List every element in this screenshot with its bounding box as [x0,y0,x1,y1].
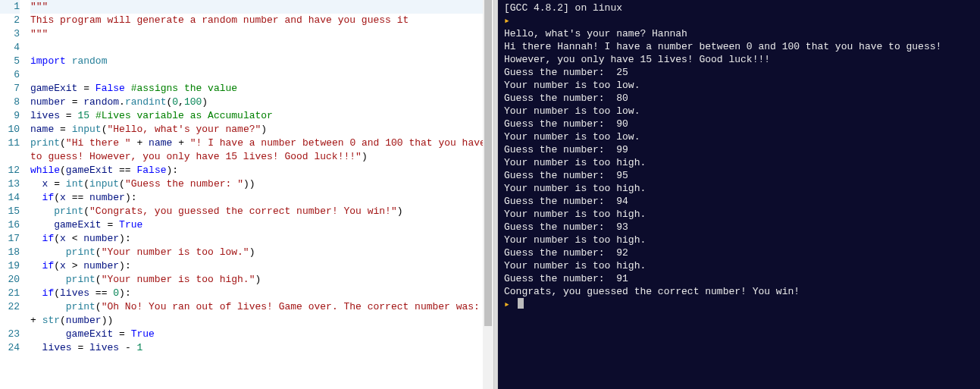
line-number: 13 [0,177,20,191]
line-number: 21 [0,287,20,300]
line-number: 7 [0,82,20,96]
line-number: 16 [0,218,20,232]
terminal-line: ▸ [504,298,974,311]
code-line[interactable]: gameExit = True [30,218,493,232]
code-line[interactable]: while(gameExit == False): [30,164,493,177]
code-line[interactable]: if(x > number): [30,259,493,273]
code-line[interactable]: lives = 15 #Lives variable as Accumulato… [30,109,493,123]
terminal-line: Your number is too high. [504,259,974,272]
terminal-line: Your number is too low. [504,79,974,92]
terminal-line: Your number is too high. [504,234,974,246]
terminal-line: Guess the number: 80 [504,92,974,105]
line-number: 8 [0,96,20,109]
line-number: 22 [0,300,20,314]
code-line[interactable]: gameExit = False #assigns the value [30,82,493,96]
terminal-line: Your number is too low. [504,105,974,118]
code-line[interactable]: gameExit = True [30,328,493,341]
line-number: 10 [0,123,20,136]
line-number: 3 [0,27,20,41]
code-editor-pane[interactable]: 123456789101112131415161718192021222324 … [0,0,493,389]
line-number: 2 [0,14,20,27]
line-number: 17 [0,232,20,246]
line-number-continuation [0,150,20,164]
code-line[interactable]: print("Oh No! You ran out of lives! Game… [30,300,493,328]
code-line[interactable]: This program will generate a random numb… [30,14,493,27]
code-line[interactable]: """ [30,0,493,14]
line-number: 4 [0,41,20,55]
code-line[interactable]: if(lives == 0): [30,287,493,300]
code-line[interactable] [30,68,493,82]
code-area[interactable]: """This program will generate a random n… [30,0,493,389]
line-number: 18 [0,246,20,259]
terminal-cursor [518,298,524,309]
line-number: 14 [0,191,20,205]
terminal-line: Congrats, you guessed the correct number… [504,285,974,298]
terminal-line: Guess the number: 92 [504,246,974,259]
line-number: 9 [0,109,20,123]
line-number-gutter: 123456789101112131415161718192021222324 [0,0,30,389]
line-number: 1 [0,0,20,14]
code-line[interactable]: if(x == number): [30,191,493,205]
line-number: 6 [0,68,20,82]
code-line[interactable] [30,41,493,55]
line-number-continuation [0,314,20,328]
terminal-line: Guess the number: 94 [504,195,974,208]
terminal-line: [GCC 4.8.2] on linux [504,2,974,14]
terminal-line: Guess the number: 99 [504,143,974,156]
terminal-line: Guess the number: 93 [504,221,974,234]
terminal-line: Your number is too low. [504,130,974,143]
terminal-line: Hello, what's your name? Hannah [504,27,974,40]
code-line[interactable]: print("Congrats, you guessed the correct… [30,205,493,218]
line-number: 11 [0,136,20,150]
terminal-line: Guess the number: 25 [504,66,974,79]
code-line[interactable]: import random [30,55,493,68]
code-line[interactable]: """ [30,27,493,41]
code-line[interactable]: if(x < number): [30,232,493,246]
line-number: 19 [0,259,20,273]
code-line[interactable]: name = input("Hello, what's your name?") [30,123,493,136]
terminal-line: Your number is too high. [504,208,974,221]
line-number: 5 [0,55,20,68]
code-line[interactable]: print("Hi there " + name + "! I have a n… [30,136,493,164]
line-number: 12 [0,164,20,177]
code-line[interactable]: print("Your number is too low.") [30,246,493,259]
line-number: 15 [0,205,20,218]
terminal-line: ▸ [504,14,974,27]
terminal-line: Guess the number: 95 [504,169,974,182]
line-number: 20 [0,273,20,287]
code-line[interactable]: print("Your number is too high.") [30,273,493,287]
terminal-line: Your number is too high. [504,156,974,169]
code-line[interactable]: x = int(input("Guess the number: ")) [30,177,493,191]
terminal-pane[interactable]: [GCC 4.8.2] on linux▸ Hello, what's your… [498,0,980,389]
terminal-line: Your number is too high. [504,182,974,195]
line-number: 23 [0,328,20,341]
editor-scrollbar-thumb[interactable] [484,0,492,326]
terminal-line: Guess the number: 91 [504,272,974,285]
editor-scrollbar[interactable] [483,0,493,389]
prompt-icon: ▸ [504,299,510,310]
code-line[interactable]: number = random.randint(0,100) [30,96,493,109]
line-number: 24 [0,341,20,355]
prompt-icon: ▸ [504,15,510,27]
terminal-line: Guess the number: 90 [504,118,974,130]
terminal-line: Hi there Hannah! I have a number between… [504,40,974,66]
code-line[interactable]: lives = lives - 1 [30,341,493,355]
